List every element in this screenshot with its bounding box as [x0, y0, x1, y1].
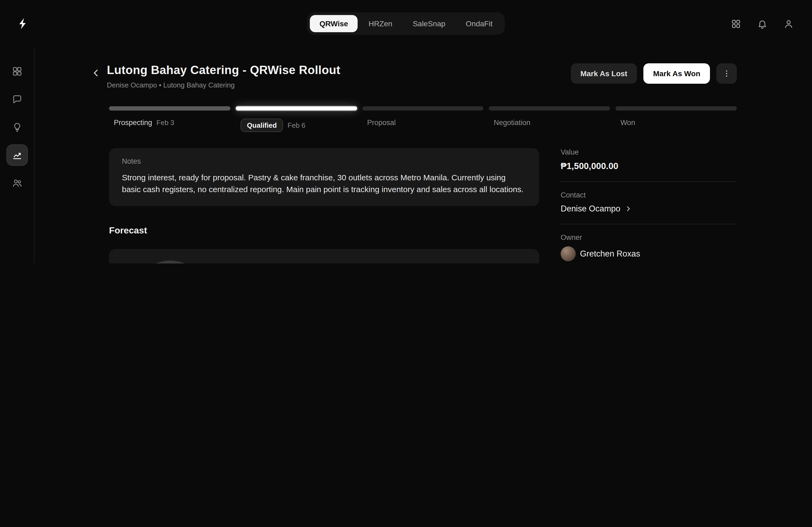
avatar — [561, 246, 576, 261]
bell-icon[interactable] — [755, 16, 770, 31]
workspace-tab-hrzen[interactable]: HRZen — [359, 15, 402, 32]
notes-label: Notes — [122, 157, 526, 165]
account-icon[interactable] — [781, 16, 796, 31]
stage-proposal[interactable]: Proposal — [362, 106, 483, 132]
gauge-track — [127, 257, 213, 264]
sidebar-item-dashboard[interactable] — [7, 61, 27, 81]
apps-icon[interactable] — [729, 16, 743, 31]
stage-bar — [362, 106, 483, 110]
current-stage-badge: Qualified — [241, 119, 283, 132]
stage-bar — [236, 106, 357, 110]
detail-value: Value ₱1,500,000.00 — [561, 148, 737, 181]
stage-prospecting[interactable]: Prospecting Feb 3 — [109, 106, 230, 132]
workspace-tab-qrwise[interactable]: QRWise — [310, 15, 358, 32]
forecast-card: Close Probability 40% Weighted forecast — [109, 249, 539, 264]
stage-bar — [489, 106, 610, 110]
sidebar-item-analytics[interactable] — [7, 145, 27, 165]
mark-as-won-button[interactable]: Mark As Won — [643, 63, 710, 84]
chevron-right-icon — [625, 205, 632, 212]
workspace-tab-ondafit[interactable]: OndaFit — [456, 15, 503, 32]
page-subtitle: Denise Ocampo • Lutong Bahay Catering — [107, 81, 340, 89]
stage-negotiation[interactable]: Negotiation — [489, 106, 610, 132]
more-options-icon[interactable] — [716, 63, 737, 84]
stage-label: Won — [620, 119, 635, 127]
stage-date: Feb 3 — [157, 119, 175, 127]
stage-label: Prospecting — [114, 119, 152, 127]
forecast-heading: Forecast — [109, 226, 539, 236]
topbar-actions — [729, 16, 799, 31]
detail-contact[interactable]: Contact Denise Ocampo — [561, 181, 737, 224]
topbar: QRWise HRZen SaleSnap OndaFit — [0, 0, 812, 47]
notes-card: Notes Strong interest, ready for proposa… — [109, 148, 539, 206]
stage-date: Feb 6 — [288, 121, 306, 129]
detail-owner: Owner Gretchen Roxas — [561, 224, 737, 264]
workspace-switcher: QRWise HRZen SaleSnap OndaFit — [307, 12, 505, 35]
stage-progress: Prospecting Feb 3 Qualified Feb 6 Propos… — [109, 106, 737, 132]
sidebar-item-chat[interactable] — [7, 89, 27, 109]
stage-label: Negotiation — [494, 119, 531, 127]
sidebar — [0, 47, 34, 264]
stage-bar — [615, 106, 737, 110]
back-icon[interactable] — [90, 66, 103, 79]
deal-details-panel: Value ₱1,500,000.00 Contact Denise Ocamp… — [561, 148, 737, 264]
stage-label: Proposal — [367, 119, 396, 127]
close-probability-gauge: Close Probability 40% — [127, 257, 213, 264]
sidebar-item-insights[interactable] — [7, 117, 27, 137]
deal-page: Lutong Bahay Catering - QRWise Rollout D… — [34, 47, 812, 264]
workspace-tab-salesnap[interactable]: SaleSnap — [403, 15, 455, 32]
deal-header: Lutong Bahay Catering - QRWise Rollout D… — [109, 63, 737, 89]
stage-won[interactable]: Won — [615, 106, 737, 132]
notes-text: Strong interest, ready for proposal. Pas… — [122, 172, 526, 196]
app-logo-icon — [16, 17, 30, 31]
sidebar-item-contacts[interactable] — [7, 173, 27, 193]
page-title: Lutong Bahay Catering - QRWise Rollout — [107, 63, 340, 77]
mark-as-lost-button[interactable]: Mark As Lost — [570, 63, 637, 84]
stage-bar — [109, 106, 230, 110]
stage-qualified[interactable]: Qualified Feb 6 — [236, 106, 357, 132]
app-root: QRWise HRZen SaleSnap OndaFit — [0, 0, 812, 264]
